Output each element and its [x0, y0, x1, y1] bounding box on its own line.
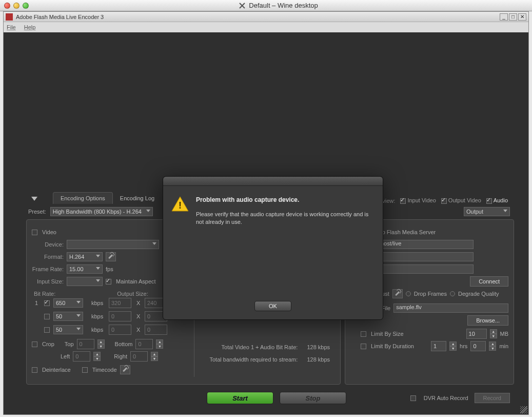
limit-hours-input[interactable]: 1	[431, 341, 446, 351]
format-label: Format:	[32, 254, 64, 260]
limit-hours-spinner[interactable]: ▲▼	[449, 342, 457, 351]
label-audio: Audio	[494, 197, 508, 203]
connect-button[interactable]: Connect	[470, 276, 508, 287]
crop-top-spinner[interactable]: ▲▼	[97, 339, 105, 349]
bitrate-3-select[interactable]: 50	[53, 325, 83, 334]
browse-button[interactable]: Browse...	[467, 315, 508, 326]
bitrate-3-value: 50	[56, 327, 62, 333]
limit-size-input[interactable]: 10	[466, 329, 487, 339]
checkbox-bitrate-1[interactable]	[44, 300, 50, 306]
checkbox-timecode[interactable]	[82, 367, 88, 373]
filename-input[interactable]: sample.flv	[393, 304, 508, 313]
tab-encoding-log[interactable]: Encoding Log	[113, 193, 162, 204]
start-button[interactable]: Start	[207, 392, 273, 404]
x11-icon	[239, 2, 246, 9]
label-output-video: Output Video	[448, 197, 481, 203]
checkbox-audio[interactable]	[486, 198, 492, 204]
crop-bottom-label: Bottom	[115, 341, 133, 347]
inputsize-select[interactable]	[67, 277, 103, 286]
checkbox-maintain-aspect[interactable]	[106, 279, 111, 285]
total-bitrate-label: Total Video 1 + Audio Bit Rate:	[222, 344, 298, 350]
min-label: min	[499, 343, 508, 349]
menu-help[interactable]: Help	[24, 24, 36, 30]
total-bitrate-value: 128 kbps	[307, 344, 330, 350]
zoom-window-button[interactable]	[23, 3, 29, 9]
crop-top-label: Top	[65, 341, 74, 347]
fps-label: fps	[106, 266, 113, 272]
timecode-settings-button[interactable]	[120, 365, 130, 374]
format-value: H.264	[69, 254, 84, 260]
crop-top-input[interactable]: 0	[77, 339, 94, 349]
checkbox-input-video[interactable]	[400, 198, 406, 204]
menubar: File Help	[4, 22, 528, 32]
checkbox-limit-size[interactable]	[361, 331, 366, 337]
crop-left-input[interactable]: 0	[73, 351, 90, 362]
hrs-label: hrs	[460, 343, 467, 349]
window-title: Default – Wine desktop	[249, 2, 318, 9]
menu-file[interactable]: File	[7, 24, 16, 30]
radio-drop-frames[interactable]	[406, 291, 411, 296]
crop-right-input[interactable]: 0	[130, 351, 148, 362]
error-dialog: ! Problem with audio capture device. Ple…	[163, 176, 383, 320]
outputsize-1-w[interactable]: 320	[109, 298, 131, 308]
auto-adjust-settings-button[interactable]	[392, 289, 403, 298]
checkbox-bitrate-3[interactable]	[44, 327, 50, 333]
ok-button[interactable]: OK	[254, 301, 291, 311]
format-settings-button[interactable]	[106, 252, 116, 261]
checkbox-output-video[interactable]	[441, 198, 447, 204]
minimize-window-button[interactable]	[13, 3, 19, 9]
dialog-message: Please verify that the audio capture dev…	[196, 211, 375, 226]
checkbox-deinterlace[interactable]	[32, 367, 37, 373]
bitrate-2-select[interactable]: 50	[53, 312, 83, 321]
app-title: Adobe Flash Media Live Encoder 3	[16, 14, 104, 20]
radio-degrade-quality[interactable]	[450, 291, 455, 296]
stream-index-1: 1	[35, 300, 42, 306]
checkbox-crop[interactable]	[32, 342, 37, 347]
output-select[interactable]: Output	[464, 207, 510, 216]
wrench-icon	[121, 366, 128, 373]
preset-select[interactable]: High Bandwidth (800 Kbps) - H.264	[50, 207, 153, 216]
mb-label: MB	[500, 331, 509, 337]
kbps-label: kbps	[91, 313, 107, 319]
format-select[interactable]: H.264	[67, 252, 103, 261]
device-select[interactable]	[67, 240, 159, 249]
output-select-value: Output	[466, 208, 483, 215]
outputsize-2-w[interactable]: 0	[109, 311, 131, 321]
record-button[interactable]: Record	[475, 393, 510, 403]
checkbox-bitrate-2[interactable]	[44, 314, 50, 319]
crop-right-spinner[interactable]: ▲▼	[151, 352, 158, 361]
limit-size-spinner[interactable]: ▲▼	[490, 329, 497, 338]
checkbox-dvr-auto-record[interactable]	[410, 395, 416, 401]
stop-button[interactable]: Stop	[280, 392, 346, 404]
collapse-icon[interactable]	[31, 197, 37, 201]
outputsize-3-h[interactable]: 0	[145, 325, 167, 335]
resize-grip[interactable]	[520, 406, 527, 413]
label-input-video: Input Video	[407, 197, 436, 203]
crop-bottom-input[interactable]: 0	[135, 339, 153, 349]
minimize-button[interactable]: _	[500, 13, 508, 21]
svg-text:!: !	[179, 200, 182, 211]
checkbox-video[interactable]	[32, 230, 37, 235]
outputsize-3-w[interactable]: 0	[109, 325, 131, 335]
close-window-button[interactable]	[4, 3, 10, 9]
limit-duration-label: Limit By Duration	[371, 343, 414, 349]
dvr-auto-record-label: DVR Auto Record	[424, 395, 468, 401]
crop-left-spinner[interactable]: ▲▼	[93, 352, 101, 361]
video-section-label: Video	[42, 229, 56, 235]
checkbox-limit-duration[interactable]	[361, 344, 366, 349]
framerate-select[interactable]: 15.00	[67, 264, 103, 274]
wrench-icon	[107, 253, 114, 260]
mac-titlebar: Default – Wine desktop	[0, 0, 532, 11]
crop-label: Crop	[42, 341, 54, 347]
limit-min-input[interactable]: 0	[470, 341, 486, 351]
maximize-button[interactable]: □	[509, 13, 517, 21]
close-button[interactable]: ✕	[518, 13, 526, 21]
tab-encoding-options[interactable]: Encoding Options	[53, 192, 113, 204]
bitrate-1-select[interactable]: 650	[53, 298, 83, 308]
limit-min-spinner[interactable]: ▲▼	[489, 342, 496, 351]
preset-label: Preset:	[28, 208, 46, 215]
crop-left-label: Left	[61, 353, 70, 359]
crop-bottom-spinner[interactable]: ▲▼	[156, 339, 163, 349]
crop-right-label: Right	[114, 353, 127, 359]
outputsize-header: Output Size:	[117, 291, 148, 297]
